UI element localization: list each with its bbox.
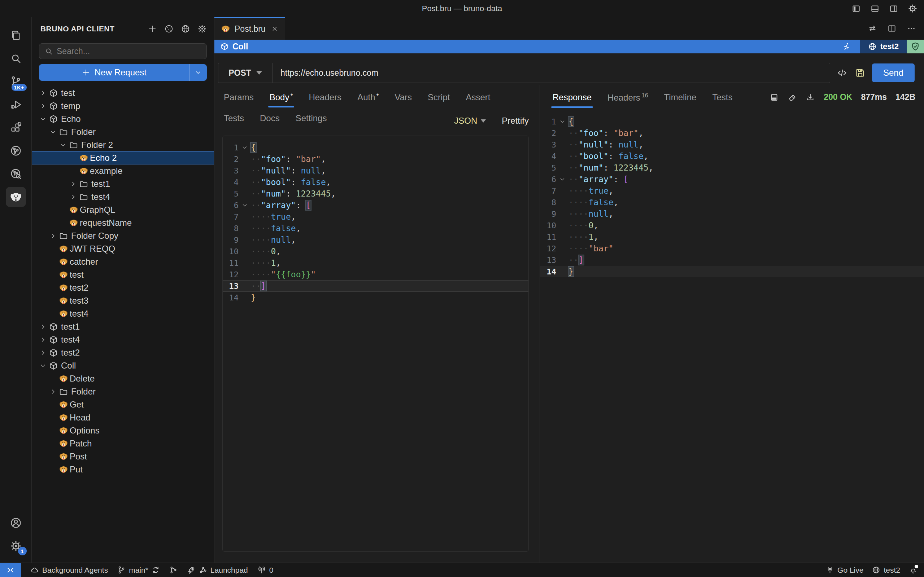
- code-line-11[interactable]: 11····1,: [540, 231, 924, 243]
- fold-chevron-icon[interactable]: [556, 176, 569, 183]
- tree-item-graphql[interactable]: GraphQL: [32, 203, 214, 216]
- tree-item-post[interactable]: Post: [32, 450, 214, 463]
- method-select[interactable]: POST: [218, 63, 273, 82]
- tree-item-temp[interactable]: temp: [32, 100, 214, 113]
- generate-code-icon[interactable]: [837, 68, 848, 78]
- tree-item-patch[interactable]: Patch: [32, 437, 214, 450]
- tree-item-test[interactable]: test: [32, 268, 214, 281]
- toggle-panel-icon[interactable]: [870, 4, 880, 13]
- more-actions-icon[interactable]: [907, 24, 916, 33]
- code-line-7[interactable]: 7····true,: [540, 185, 924, 197]
- toggle-secondary-sidebar-icon[interactable]: [889, 4, 898, 13]
- fold-chevron-icon[interactable]: [239, 144, 251, 151]
- tree-item-options[interactable]: Options: [32, 424, 214, 437]
- code-line-13[interactable]: 13··]: [223, 280, 528, 292]
- ports-item[interactable]: 0: [257, 566, 274, 574]
- tree-item-catcher[interactable]: catcher: [32, 255, 214, 268]
- tab-tests[interactable]: Tests: [224, 113, 244, 128]
- add-icon[interactable]: [148, 24, 157, 34]
- chevron-right-icon[interactable]: [48, 388, 58, 396]
- safe-mode-shield-icon[interactable]: [907, 40, 924, 53]
- tab-params[interactable]: Params: [224, 92, 254, 108]
- extensions-icon[interactable]: [6, 118, 26, 138]
- chevron-right-icon[interactable]: [38, 89, 48, 97]
- search-input[interactable]: Search...: [39, 43, 207, 59]
- tab-post-bru[interactable]: Post.bru: [215, 17, 285, 40]
- save-icon[interactable]: [855, 68, 866, 78]
- code-line-9[interactable]: 9····null,: [540, 208, 924, 220]
- chevron-right-icon[interactable]: [68, 180, 78, 188]
- code-line-7[interactable]: 7····true,: [223, 211, 528, 222]
- launchpad-item[interactable]: Launchpad: [187, 566, 248, 574]
- split-editor-icon[interactable]: [887, 24, 897, 33]
- tab-response-headers[interactable]: Headers16: [607, 92, 648, 108]
- gitlens-inspect-icon[interactable]: [6, 164, 26, 184]
- gitlens-icon[interactable]: [6, 141, 26, 161]
- background-agents-item[interactable]: Background Agents: [30, 566, 108, 574]
- environment-selector[interactable]: test2: [860, 40, 907, 53]
- code-line-10[interactable]: 10····0,: [540, 220, 924, 231]
- chevron-right-icon[interactable]: [38, 102, 48, 110]
- code-line-1[interactable]: 1{: [223, 142, 528, 153]
- fold-chevron-icon[interactable]: [556, 118, 569, 125]
- settings-gear-icon[interactable]: 1: [6, 536, 26, 556]
- prettify-button[interactable]: Prettify: [502, 116, 529, 126]
- tree-item-test4[interactable]: test4: [32, 333, 214, 346]
- go-live-item[interactable]: Go Live: [826, 566, 863, 574]
- tree-item-get[interactable]: Get: [32, 398, 214, 411]
- code-line-13[interactable]: 13··]: [540, 254, 924, 266]
- url-input[interactable]: https://echo.usebruno.com: [273, 68, 378, 78]
- sidebar-settings-gear-icon[interactable]: [197, 24, 207, 34]
- code-line-5[interactable]: 5··"num": 1223445,: [223, 188, 528, 200]
- tab-headers[interactable]: Headers: [309, 92, 341, 108]
- accounts-icon[interactable]: [6, 513, 26, 533]
- code-line-14[interactable]: 14}: [223, 292, 528, 303]
- chevron-down-icon[interactable]: [48, 128, 58, 136]
- new-request-button[interactable]: New Request: [39, 64, 189, 81]
- chevron-right-icon[interactable]: [38, 323, 48, 331]
- environment-globe-icon[interactable]: [181, 24, 190, 34]
- tree-item-requestname[interactable]: requestName: [32, 216, 214, 229]
- runner-icon[interactable]: [833, 42, 860, 51]
- code-line-8[interactable]: 8····false,: [223, 222, 528, 234]
- tab-body[interactable]: Body•: [270, 92, 293, 108]
- new-request-dropdown-button[interactable]: [189, 64, 207, 81]
- source-control-icon[interactable]: 1K+: [6, 71, 26, 92]
- response-layout-icon[interactable]: [769, 93, 779, 102]
- tree-item-delete[interactable]: Delete: [32, 372, 214, 385]
- tab-timeline[interactable]: Timeline: [664, 92, 696, 108]
- response-body-viewer[interactable]: 1{2··"foo": "bar",3··"null": null,4··"bo…: [540, 116, 924, 562]
- chevron-down-icon[interactable]: [38, 115, 48, 123]
- send-button[interactable]: Send: [872, 63, 914, 82]
- code-line-8[interactable]: 8····false,: [540, 197, 924, 208]
- code-line-12[interactable]: 12····"{{foo}}": [223, 269, 528, 280]
- cookie-icon[interactable]: [164, 24, 174, 34]
- code-line-3[interactable]: 3··"null": null,: [223, 165, 528, 176]
- code-line-9[interactable]: 9····null,: [223, 234, 528, 246]
- search-icon[interactable]: [6, 48, 26, 69]
- customize-layout-gear-icon[interactable]: [908, 3, 918, 13]
- code-line-12[interactable]: 12····"bar": [540, 243, 924, 254]
- chevron-down-icon[interactable]: [38, 362, 48, 370]
- notifications-item[interactable]: [909, 566, 918, 574]
- tree-item-put[interactable]: Put: [32, 463, 214, 476]
- code-line-1[interactable]: 1{: [540, 116, 924, 127]
- tab-assert[interactable]: Assert: [465, 92, 490, 108]
- tree-item-folder-copy[interactable]: Folder Copy: [32, 229, 214, 242]
- code-line-6[interactable]: 6··"array": [: [223, 200, 528, 211]
- tree-item-folder[interactable]: Folder: [32, 385, 214, 398]
- run-debug-icon[interactable]: [6, 95, 26, 115]
- tree-item-test4[interactable]: test4: [32, 307, 214, 320]
- tab-tests-response[interactable]: Tests: [712, 92, 732, 108]
- code-line-2[interactable]: 2··"foo": "bar",: [540, 127, 924, 139]
- tab-vars[interactable]: Vars: [395, 92, 412, 108]
- tree-item-test2[interactable]: test2: [32, 346, 214, 359]
- tree-item-test4[interactable]: test4: [32, 190, 214, 203]
- tree-item-test[interactable]: test: [32, 87, 214, 100]
- tree-item-test2[interactable]: test2: [32, 281, 214, 294]
- tree-item-test3[interactable]: test3: [32, 294, 214, 307]
- tree-item-folder[interactable]: Folder: [32, 126, 214, 139]
- chevron-right-icon[interactable]: [38, 336, 48, 344]
- code-line-10[interactable]: 10····0,: [223, 246, 528, 257]
- fold-chevron-icon[interactable]: [239, 201, 251, 209]
